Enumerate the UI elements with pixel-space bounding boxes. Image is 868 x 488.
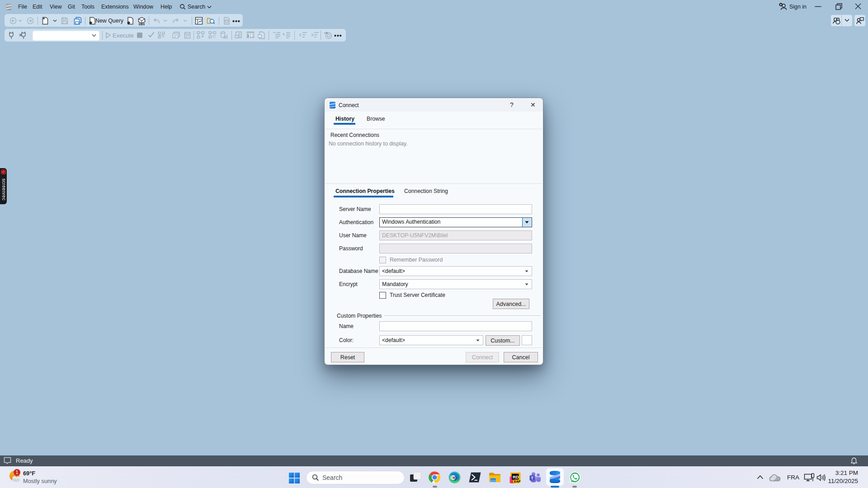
svg-text:EAP: EAP [514,480,521,483]
svg-text:T: T [531,476,533,480]
svg-text:01: 01 [236,36,238,38]
svg-text:DAX: DAX [139,23,145,26]
svg-text:RD: RD [513,474,519,479]
